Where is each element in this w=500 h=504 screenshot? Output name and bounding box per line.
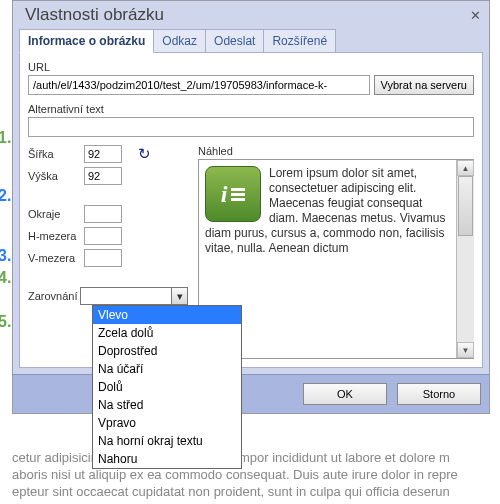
preview-scrollbar[interactable]: ▲ ▼	[456, 160, 474, 358]
align-option-vpravo[interactable]: Vpravo	[93, 414, 241, 432]
align-option-dolu[interactable]: Dolů	[93, 378, 241, 396]
annotation-marker-1: 1.	[0, 129, 11, 147]
hspace-input[interactable]	[84, 227, 122, 245]
height-input[interactable]	[84, 167, 122, 185]
annotation-marker-2: 2.	[0, 187, 11, 205]
left-column: Šířka ↻ Výška Okraje H-mezera	[28, 145, 188, 359]
align-label: Zarovnání	[28, 290, 78, 302]
align-option-na-horni-okraj[interactable]: Na horní okraj textu	[93, 432, 241, 450]
close-icon[interactable]: ✕	[467, 7, 483, 23]
scroll-up-icon[interactable]: ▲	[457, 160, 474, 176]
border-label: Okraje	[28, 208, 78, 220]
align-option-na-stred[interactable]: Na střed	[93, 396, 241, 414]
ok-button[interactable]: OK	[303, 383, 387, 405]
hspace-label: H-mezera	[28, 230, 78, 242]
scroll-down-icon[interactable]: ▼	[457, 342, 474, 358]
vspace-input[interactable]	[84, 249, 122, 267]
tab-info[interactable]: Informace o obrázku	[19, 29, 154, 53]
align-select[interactable]: ▾	[80, 287, 188, 305]
align-dropdown: Vlevo Zcela dolů Doprostřed Na účaří Dol…	[92, 305, 242, 469]
align-option-zcela-dolu[interactable]: Zcela dolů	[93, 324, 241, 342]
border-input[interactable]	[84, 205, 122, 223]
align-option-na-ucari[interactable]: Na účaří	[93, 360, 241, 378]
alt-text-input[interactable]	[28, 117, 474, 137]
scroll-thumb[interactable]	[458, 176, 473, 236]
height-label: Výška	[28, 170, 78, 182]
tab-advanced[interactable]: Rozšířené	[263, 29, 336, 53]
panel-info: URL Vybrat na serveru Alternativní text …	[19, 52, 483, 368]
tab-upload[interactable]: Odeslat	[205, 29, 264, 53]
dialog-title: Vlastnosti obrázku	[25, 5, 164, 25]
annotation-marker-5: 5.	[0, 313, 11, 331]
button-bar: OK Storno	[13, 374, 489, 413]
browse-server-button[interactable]: Vybrat na serveru	[374, 75, 474, 95]
preview-image-icon: i	[205, 166, 261, 222]
tab-bar: Informace o obrázku Odkaz Odeslat Rozšíř…	[13, 29, 489, 53]
preview-label: Náhled	[198, 145, 474, 157]
annotation-marker-4: 4.	[0, 269, 11, 287]
align-option-nahoru[interactable]: Nahoru	[93, 450, 241, 468]
url-input[interactable]	[28, 75, 370, 95]
width-label: Šířka	[28, 148, 78, 160]
width-input[interactable]	[84, 145, 122, 163]
tab-link[interactable]: Odkaz	[153, 29, 206, 53]
background-lorem-text: cetur adipisicing elit, sed do eiusmod t…	[0, 445, 500, 504]
align-option-doprostred[interactable]: Doprostřed	[93, 342, 241, 360]
annotation-marker-3: 3.	[0, 247, 11, 265]
cancel-button[interactable]: Storno	[397, 383, 481, 405]
url-label: URL	[28, 61, 474, 73]
refresh-icon[interactable]: ↻	[138, 145, 151, 163]
alt-text-label: Alternativní text	[28, 103, 474, 115]
vspace-label: V-mezera	[28, 252, 78, 264]
align-option-vlevo[interactable]: Vlevo	[93, 306, 241, 324]
image-properties-dialog: Vlastnosti obrázku ✕ Informace o obrázku…	[12, 0, 490, 414]
chevron-down-icon: ▾	[171, 288, 187, 304]
titlebar: Vlastnosti obrázku ✕	[13, 1, 489, 29]
